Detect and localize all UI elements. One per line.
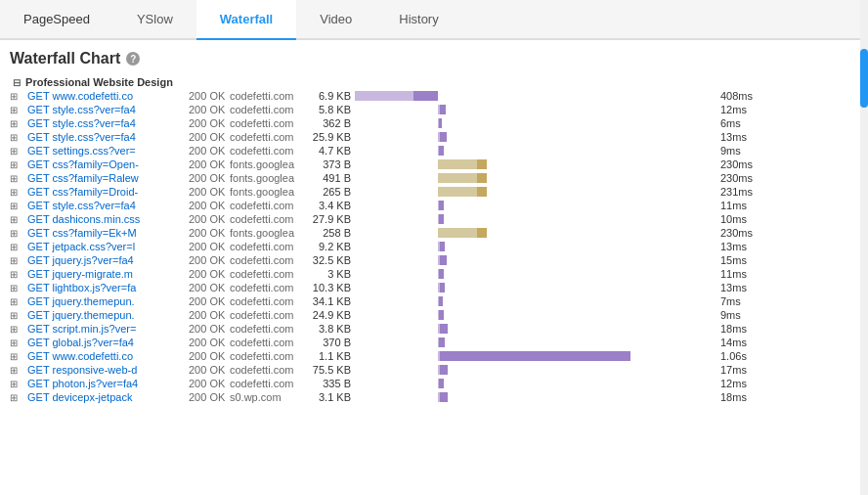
- row-url[interactable]: GET css?family=Ek+M: [27, 227, 189, 239]
- row-expand-icon[interactable]: ⊞: [10, 283, 27, 293]
- row-expand-icon[interactable]: ⊞: [10, 365, 27, 376]
- row-expand-icon[interactable]: ⊞: [10, 351, 27, 362]
- row-domain: fonts.googlea: [230, 158, 310, 170]
- row-domain: codefetti.com: [230, 337, 310, 348]
- row-size: 5.8 KB: [310, 104, 355, 115]
- row-expand-icon[interactable]: ⊞: [10, 269, 27, 280]
- row-bar-container: [355, 391, 716, 403]
- row-expand-icon[interactable]: ⊞: [10, 324, 27, 335]
- row-expand-icon[interactable]: ⊞: [10, 296, 27, 307]
- row-status: 200 OK: [189, 227, 230, 239]
- row-expand-icon[interactable]: ⊞: [10, 173, 27, 184]
- scrollbar-thumb[interactable]: [860, 49, 868, 108]
- row-time: 9ms: [716, 309, 765, 321]
- row-time: 12ms: [716, 104, 765, 115]
- row-status: 200 OK: [189, 268, 230, 280]
- row-expand-icon[interactable]: ⊞: [10, 187, 27, 198]
- row-domain: s0.wp.com: [230, 391, 310, 403]
- row-expand-icon[interactable]: ⊞: [10, 338, 27, 348]
- page-title-row: Waterfall Chart ?: [10, 50, 858, 68]
- row-expand-icon[interactable]: ⊞: [10, 392, 27, 403]
- row-expand-icon[interactable]: ⊞: [10, 242, 27, 252]
- row-domain: codefetti.com: [230, 295, 310, 307]
- row-expand-icon[interactable]: ⊞: [10, 228, 27, 239]
- tab-pagespeed[interactable]: PageSpeed: [0, 0, 113, 40]
- row-url[interactable]: GET style.css?ver=fa4: [27, 200, 189, 211]
- row-domain: fonts.googlea: [230, 172, 310, 184]
- row-status: 200 OK: [189, 282, 230, 293]
- bar-recv-segment: [439, 338, 445, 347]
- row-url[interactable]: GET jetpack.css?ver=l: [27, 241, 189, 252]
- bar-recv-segment: [439, 296, 443, 306]
- row-url[interactable]: GET lightbox.js?ver=fa: [27, 282, 189, 293]
- row-expand-icon[interactable]: ⊞: [10, 146, 27, 157]
- row-expand-icon[interactable]: ⊞: [10, 132, 27, 143]
- row-domain: codefetti.com: [230, 200, 310, 211]
- tab-video[interactable]: Video: [296, 0, 375, 40]
- row-bar-container: [355, 172, 716, 184]
- row-time: 7ms: [716, 295, 765, 307]
- row-url[interactable]: GET jquery.themepun.: [27, 309, 189, 321]
- row-size: 24.9 KB: [310, 309, 355, 321]
- row-expand-icon[interactable]: ⊞: [10, 255, 27, 266]
- row-status: 200 OK: [189, 145, 230, 157]
- row-url[interactable]: GET www.codefetti.co: [27, 350, 189, 362]
- tab-history[interactable]: History: [375, 0, 461, 40]
- row-time: 13ms: [716, 241, 765, 252]
- scrollbar[interactable]: [860, 0, 868, 495]
- tab-waterfall[interactable]: Waterfall: [196, 0, 296, 40]
- page-title: Waterfall Chart: [10, 50, 120, 68]
- row-url[interactable]: GET css?family=Open-: [27, 158, 189, 170]
- row-expand-icon[interactable]: ⊞: [10, 159, 27, 170]
- help-icon[interactable]: ?: [126, 52, 140, 66]
- row-status: 200 OK: [189, 172, 230, 184]
- row-status: 200 OK: [189, 241, 230, 252]
- row-expand-icon[interactable]: ⊞: [10, 379, 27, 389]
- row-url[interactable]: GET responsive-web-d: [27, 364, 189, 376]
- row-expand-icon[interactable]: ⊞: [10, 91, 27, 102]
- row-url[interactable]: GET settings.css?ver=: [27, 145, 189, 157]
- row-url[interactable]: GET photon.js?ver=fa4: [27, 378, 189, 389]
- row-url[interactable]: GET dashicons.min.css: [27, 213, 189, 225]
- row-url[interactable]: GET jquery.js?ver=fa4: [27, 254, 189, 266]
- row-time: 1.06s: [716, 350, 765, 362]
- row-url[interactable]: GET jquery-migrate.m: [27, 268, 189, 280]
- row-url[interactable]: GET css?family=Droid-: [27, 186, 189, 198]
- row-url[interactable]: GET jquery.themepun.: [27, 295, 189, 307]
- group-expand-icon[interactable]: ⊟: [13, 77, 21, 88]
- row-url[interactable]: GET global.js?ver=fa4: [27, 337, 189, 348]
- row-url[interactable]: GET style.css?ver=fa4: [27, 117, 189, 129]
- row-url[interactable]: GET devicepx-jetpack: [27, 391, 189, 403]
- row-size: 27.9 KB: [310, 213, 355, 225]
- waterfall-rows: ⊞GET www.codefetti.co200 OKcodefetti.com…: [10, 89, 858, 404]
- row-expand-icon[interactable]: ⊞: [10, 214, 27, 225]
- row-domain: codefetti.com: [230, 364, 310, 376]
- row-time: 6ms: [716, 117, 765, 129]
- row-url[interactable]: GET style.css?ver=fa4: [27, 104, 189, 115]
- tab-yslow[interactable]: YSlow: [113, 0, 196, 40]
- bar-recv-segment: [440, 351, 630, 361]
- table-row: ⊞GET style.css?ver=fa4200 OKcodefetti.co…: [10, 130, 858, 144]
- table-row: ⊞GET style.css?ver=fa4200 OKcodefetti.co…: [10, 116, 858, 130]
- row-time: 10ms: [716, 213, 765, 225]
- row-domain: codefetti.com: [230, 131, 310, 143]
- row-expand-icon[interactable]: ⊞: [10, 310, 27, 321]
- row-url[interactable]: GET css?family=Ralew: [27, 172, 189, 184]
- row-domain: codefetti.com: [230, 117, 310, 129]
- row-bar-container: [355, 364, 716, 376]
- row-expand-icon[interactable]: ⊞: [10, 201, 27, 211]
- row-url[interactable]: GET script.min.js?ver=: [27, 323, 189, 335]
- row-time: 231ms: [716, 186, 765, 198]
- row-expand-icon[interactable]: ⊞: [10, 105, 27, 115]
- row-size: 258 B: [310, 227, 355, 239]
- row-bar-container: [355, 337, 716, 348]
- row-expand-icon[interactable]: ⊞: [10, 118, 27, 129]
- row-url[interactable]: GET www.codefetti.co: [27, 90, 189, 102]
- row-url[interactable]: GET style.css?ver=fa4: [27, 131, 189, 143]
- row-domain: codefetti.com: [230, 104, 310, 115]
- row-time: 13ms: [716, 131, 765, 143]
- row-size: 4.7 KB: [310, 145, 355, 157]
- row-time: 15ms: [716, 254, 765, 266]
- bar-recv-segment: [440, 242, 445, 251]
- table-row: ⊞GET style.css?ver=fa4200 OKcodefetti.co…: [10, 103, 858, 116]
